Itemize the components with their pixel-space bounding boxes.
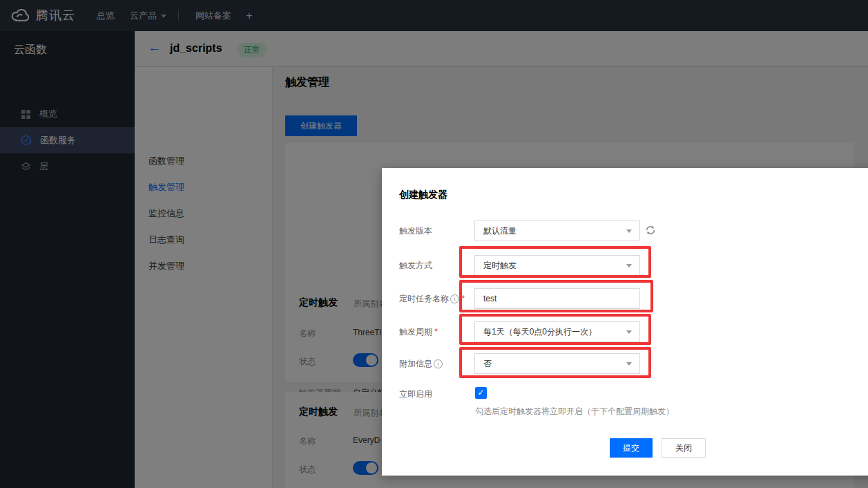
selected-value: 否	[483, 359, 492, 368]
app-root: 腾讯云 总览 云产品 网站备案 + 云函数 概览 函数服务	[0, 0, 868, 488]
modal-title: 创建触发器	[399, 189, 447, 201]
field-label-trigger-method: 触发方式	[399, 255, 432, 276]
chevron-down-icon	[626, 330, 632, 334]
close-button[interactable]: 关闭	[662, 438, 706, 458]
trigger-method-select[interactable]: 定时触发	[474, 255, 640, 276]
enable-now-hint: 勾选后定时触发器将立即开启（于下个配置周期触发）	[475, 406, 674, 417]
info-icon[interactable]: i	[450, 294, 459, 303]
field-label-trigger-version: 触发版本	[399, 220, 432, 241]
trigger-version-select[interactable]: 默认流量	[474, 220, 640, 241]
chevron-down-icon	[626, 229, 632, 233]
required-asterisk: *	[434, 321, 438, 342]
task-name-input[interactable]	[474, 288, 640, 309]
field-label-trigger-cycle: 触发周期*	[399, 321, 438, 342]
selected-value: 默认流量	[483, 226, 517, 236]
selected-value: 每1天（每天0点0分执行一次）	[483, 327, 597, 337]
field-label-task-name: 定时任务名称i*	[399, 288, 465, 309]
submit-button[interactable]: 提交	[610, 438, 653, 458]
refresh-icon[interactable]	[644, 224, 658, 238]
field-label-enable-now: 立即启用	[399, 384, 432, 404]
chevron-down-icon	[626, 362, 632, 366]
extra-info-select[interactable]: 否	[474, 353, 640, 374]
selected-value: 定时触发	[483, 261, 517, 270]
required-asterisk: *	[461, 288, 465, 309]
trigger-cycle-select[interactable]: 每1天（每天0点0分执行一次）	[474, 321, 640, 342]
chevron-down-icon	[626, 264, 632, 268]
field-label-extra-info: 附加信息i	[399, 353, 443, 374]
create-trigger-modal: 创建触发器 触发版本 默认流量 触发方式 定时触发 定时任务名称i*	[382, 168, 868, 476]
enable-now-checkbox[interactable]: ✓	[475, 387, 487, 399]
check-icon: ✓	[477, 388, 484, 397]
info-icon[interactable]: i	[434, 359, 443, 368]
